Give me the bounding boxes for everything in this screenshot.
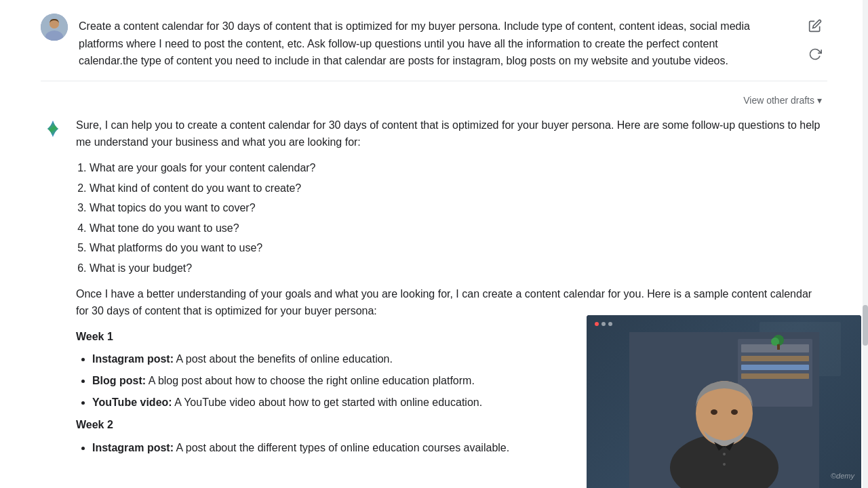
view-drafts-row: View other drafts ▾: [41, 92, 827, 108]
list-item: What are your goals for your content cal…: [90, 159, 827, 177]
view-drafts-label: View other drafts: [743, 95, 814, 106]
user-message-section: Create a content calendar for 30 days of…: [0, 0, 868, 81]
blog-post-text: A blog post about how to choose the righ…: [146, 375, 475, 386]
svg-rect-8: [741, 365, 809, 370]
list-item: What is your budget?: [90, 260, 827, 277]
edit-button[interactable]: [803, 14, 827, 38]
video-player: ©demy: [587, 315, 861, 488]
dot: [608, 322, 612, 326]
week2-instagram-text: A post about the different types of onli…: [174, 442, 509, 453]
follow-up-questions-list: What are your goals for your content cal…: [90, 159, 827, 277]
blog-post-label: Blog post:: [92, 375, 146, 386]
video-person: [629, 332, 819, 488]
svg-rect-7: [741, 356, 809, 361]
svg-point-17: [731, 409, 738, 415]
list-item: What kind of content do you want to crea…: [90, 180, 827, 197]
week2-instagram-label: Instagram post:: [92, 442, 174, 453]
recording-indicator: [595, 322, 612, 326]
user-message-text: Create a content calendar for 30 days of…: [79, 14, 827, 70]
record-dot: [595, 322, 599, 326]
video-overlay[interactable]: ©demy: [587, 315, 861, 488]
avatar: [41, 14, 68, 41]
svg-rect-9: [741, 373, 809, 379]
list-item: What tone do you want to use?: [90, 220, 827, 237]
refresh-button[interactable]: [803, 42, 827, 66]
instagram-post-label: Instagram post:: [92, 353, 174, 365]
chevron-down-icon: ▾: [817, 95, 822, 106]
svg-rect-12: [777, 344, 780, 350]
list-item: What platforms do you want to use?: [90, 239, 827, 257]
svg-point-18: [723, 453, 726, 455]
svg-point-19: [723, 463, 726, 466]
video-watermark: ©demy: [831, 470, 854, 483]
youtube-video-text: A YouTube video about how to get started…: [172, 396, 483, 408]
youtube-video-label: YouTube video:: [92, 396, 172, 408]
ai-gemini-icon: [41, 118, 65, 142]
message-actions: [803, 14, 827, 66]
instagram-post-text: A post about the benefits of online educ…: [174, 353, 393, 365]
view-other-drafts-button[interactable]: View other drafts ▾: [738, 92, 827, 108]
chat-container: Create a content calendar for 30 days of…: [0, 0, 868, 488]
svg-point-16: [711, 409, 717, 415]
ai-intro-paragraph: Sure, I can help you to create a content…: [76, 117, 827, 151]
dot: [601, 322, 606, 326]
list-item: What topics do you want to cover?: [90, 199, 827, 217]
